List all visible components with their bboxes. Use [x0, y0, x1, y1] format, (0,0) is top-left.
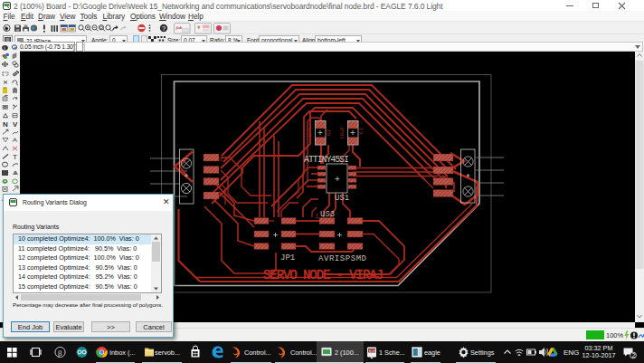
svg-text:SERVO NODE - VIRAJ: SERVO NODE - VIRAJ [263, 268, 384, 282]
svg-text:T: T [13, 154, 17, 161]
svg-text:US3: US3 [320, 210, 335, 219]
svg-text:10uF: 10uF [339, 126, 346, 139]
svg-text:V: V [13, 120, 17, 128]
svg-text:C1: C1 [358, 127, 365, 134]
svg-text:i: i [4, 45, 5, 50]
svg-text:2: 2 [632, 352, 636, 358]
svg-text:ATTINY45SI: ATTINY45SI [304, 155, 349, 165]
svg-text:US1: US1 [335, 194, 349, 203]
svg-text:JP1: JP1 [280, 253, 295, 263]
svg-text:fab: fab [176, 25, 183, 30]
svg-text:R: R [218, 158, 224, 161]
svg-text:10k: 10k [307, 128, 313, 138]
svg-text:?: ? [162, 24, 166, 33]
svg-text:R2: R2 [326, 129, 332, 136]
svg-text:β: β [58, 349, 62, 358]
svg-text:1: 1 [315, 213, 318, 220]
svg-text:SCH: SCH [369, 349, 376, 353]
svg-text:N: N [3, 120, 8, 128]
svg-text:AVRISPSMD: AVRISPSMD [318, 254, 366, 263]
